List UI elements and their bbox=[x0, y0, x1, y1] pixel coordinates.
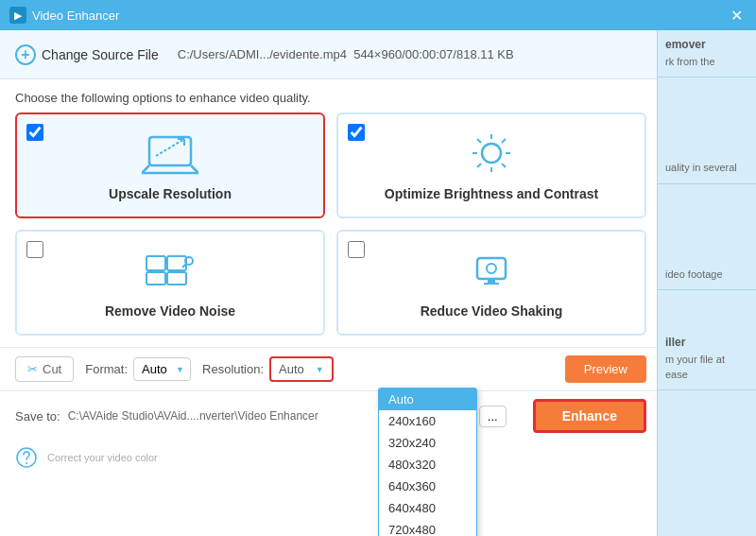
title-bar: ▶ Video Enhancer ✕ bbox=[0, 0, 756, 30]
resolution-value: Auto bbox=[279, 362, 304, 376]
dropdown-item-640-360[interactable]: 640x360 bbox=[379, 475, 476, 497]
svg-point-27 bbox=[26, 462, 27, 464]
resolution-label: Resolution: bbox=[202, 362, 264, 376]
app-title: Video Enhancer bbox=[32, 9, 119, 23]
format-group: Format: Auto bbox=[85, 357, 191, 381]
right-panel-text-3: ideo footage bbox=[665, 268, 748, 282]
dropdown-item-auto[interactable]: Auto bbox=[379, 389, 476, 410]
dropdown-item-480[interactable]: 480x320 bbox=[379, 454, 476, 475]
browse-button[interactable]: ... bbox=[479, 406, 507, 427]
noise-card[interactable]: Remove Video Noise bbox=[15, 230, 325, 336]
shaking-checkbox[interactable] bbox=[348, 241, 365, 258]
close-button[interactable]: ✕ bbox=[726, 5, 747, 26]
shaking-icon bbox=[463, 247, 520, 294]
upscale-resolution-card[interactable]: Upscale Resolution bbox=[15, 112, 325, 218]
scissors-icon: ✂ bbox=[27, 362, 38, 376]
file-path: C:/Users/ADMI.../evidente.mp4 544×960/00… bbox=[178, 47, 514, 61]
resolution-arrow-icon: ▼ bbox=[316, 365, 324, 374]
right-panel-title-1: emover bbox=[665, 38, 748, 51]
shaking-card[interactable]: Reduce Video Shaking bbox=[336, 230, 646, 336]
dropdown-item-240[interactable]: 240x160 bbox=[379, 410, 476, 432]
brightness-card[interactable]: Optimize Brightness and Contrast bbox=[336, 112, 646, 218]
upscale-label: Upscale Resolution bbox=[109, 186, 232, 201]
plus-icon: + bbox=[15, 44, 36, 65]
right-panel-section-2: uality in several bbox=[658, 153, 756, 183]
dropdown-item-320[interactable]: 320x240 bbox=[379, 432, 476, 454]
enhance-button[interactable]: Enhance bbox=[533, 399, 646, 433]
right-panel-section-3: ideo footage bbox=[658, 260, 756, 290]
bottom-toolbar: ✂ Cut Format: Auto Resolution: Auto ▼ Pr… bbox=[0, 347, 662, 390]
preview-button[interactable]: Preview bbox=[565, 355, 646, 383]
format-select[interactable]: Auto bbox=[133, 357, 191, 381]
format-select-wrapper: Auto bbox=[133, 357, 191, 381]
dropdown-item-720-480[interactable]: 720x480 bbox=[379, 519, 476, 536]
resolution-select-display[interactable]: Auto ▼ bbox=[269, 356, 334, 382]
format-label: Format: bbox=[85, 362, 128, 376]
hint-text: Correct your video color bbox=[47, 452, 158, 463]
svg-line-4 bbox=[156, 139, 184, 156]
save-to-label: Save to: bbox=[15, 409, 60, 424]
top-bar: + Change Source File C:/Users/ADMI.../ev… bbox=[0, 30, 662, 79]
resolution-dropdown[interactable]: Auto 240x160 320x240 480x320 640x360 640… bbox=[378, 388, 477, 536]
right-panel: emover rk from the uality in several ide… bbox=[657, 30, 756, 536]
brightness-checkbox[interactable] bbox=[348, 124, 365, 141]
options-grid: Upscale Resolution bbox=[0, 112, 662, 347]
shaking-label: Reduce Video Shaking bbox=[421, 303, 563, 319]
right-panel-section-1: emover rk from the bbox=[658, 30, 756, 78]
right-panel-text-4: m your file at ease bbox=[665, 353, 748, 382]
change-source-label: Change Source File bbox=[42, 47, 159, 62]
svg-line-12 bbox=[477, 139, 481, 143]
svg-line-15 bbox=[477, 164, 481, 167]
right-panel-text-1: rk from the bbox=[665, 55, 748, 69]
subtitle-text: Choose the following options to enhance … bbox=[0, 79, 662, 112]
change-source-button[interactable]: + Change Source File bbox=[15, 44, 159, 65]
svg-rect-16 bbox=[146, 256, 165, 270]
noise-label: Remove Video Noise bbox=[105, 303, 235, 319]
cut-button[interactable]: ✂ Cut bbox=[15, 356, 74, 382]
dropdown-item-640-480[interactable]: 640x480 bbox=[379, 497, 476, 519]
title-bar-left: ▶ Video Enhancer bbox=[9, 7, 119, 24]
svg-rect-19 bbox=[167, 272, 186, 285]
right-panel-text-2: uality in several bbox=[665, 161, 748, 175]
upscale-icon bbox=[142, 130, 198, 177]
svg-point-7 bbox=[482, 144, 501, 163]
svg-line-13 bbox=[502, 164, 506, 167]
svg-line-14 bbox=[502, 139, 506, 143]
resolution-group: Resolution: Auto ▼ bbox=[202, 356, 334, 382]
svg-rect-17 bbox=[146, 272, 165, 285]
brightness-label: Optimize Brightness and Contrast bbox=[385, 186, 598, 201]
hint-row: Correct your video color bbox=[0, 441, 662, 475]
main-window: + Change Source File C:/Users/ADMI.../ev… bbox=[0, 30, 662, 536]
save-row: Save to: C:\AVAide Studio\AVAid....nvert… bbox=[0, 390, 662, 441]
hint-icon bbox=[15, 446, 38, 469]
svg-rect-22 bbox=[477, 258, 506, 279]
upscale-checkbox[interactable] bbox=[26, 124, 43, 141]
right-panel-section-4: iller m your file at ease bbox=[658, 328, 756, 390]
noise-checkbox[interactable] bbox=[26, 241, 43, 258]
svg-point-23 bbox=[487, 264, 496, 273]
noise-icon bbox=[142, 247, 198, 294]
brightness-icon bbox=[463, 130, 520, 177]
svg-rect-18 bbox=[167, 256, 186, 270]
right-panel-title-4: iller bbox=[665, 336, 748, 349]
app-icon: ▶ bbox=[9, 7, 26, 24]
